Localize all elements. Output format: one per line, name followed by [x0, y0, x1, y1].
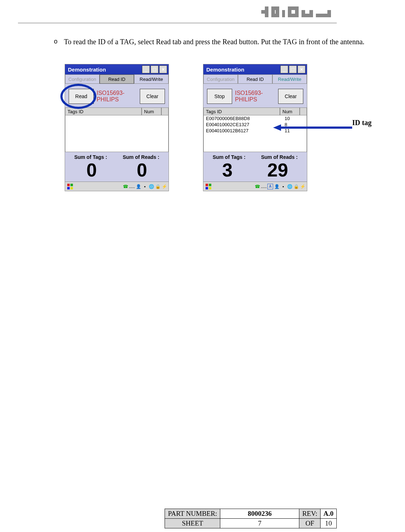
- svg-rect-17: [70, 184, 73, 186]
- svg-rect-23: [209, 187, 211, 189]
- protocol-label: ISO15693- PHILIPS: [232, 90, 278, 103]
- scrollbar-header: [161, 107, 169, 115]
- globe-icon[interactable]: 🌐: [148, 184, 154, 189]
- user-icon[interactable]: 👤: [274, 184, 280, 189]
- cell-id: E007000006EB88D8: [206, 116, 285, 121]
- rev-value: A.0: [321, 509, 337, 519]
- window-buttons: _ □ ×: [280, 65, 305, 73]
- ime-icon[interactable]: A: [267, 184, 273, 189]
- protocol-label: ISO15693- PHILIPS: [94, 90, 140, 103]
- tab-configuration[interactable]: Configuration: [65, 74, 100, 84]
- battery-icon[interactable]: ⚡: [161, 184, 167, 189]
- signal-icon: .....: [129, 184, 135, 189]
- protocol-line2: PHILIPS: [97, 96, 119, 102]
- svg-rect-5: [276, 10, 279, 14]
- title-bar: Demonstration _ □ ×: [65, 64, 169, 74]
- sum-labels: Sum of Tags : Sum of Reads :: [203, 152, 307, 161]
- svg-rect-3: [271, 14, 279, 17]
- sum-tags-label: Sum of Tags :: [213, 154, 246, 160]
- tab-read-write[interactable]: Read/Write: [134, 74, 169, 84]
- start-icon[interactable]: [66, 183, 74, 190]
- tab-bar: Configuration Read ID Read/Write: [203, 74, 307, 84]
- sum-tags-value: 3: [222, 161, 233, 179]
- action-panel: Read ISO15693- PHILIPS Clear: [65, 84, 169, 107]
- svg-rect-4: [271, 10, 275, 14]
- svg-rect-15: [327, 10, 331, 17]
- svg-rect-2: [271, 6, 279, 10]
- column-tags-id[interactable]: Tags ID: [203, 107, 280, 115]
- user-icon[interactable]: 👤: [135, 184, 141, 189]
- of-label: OF: [299, 519, 321, 528]
- tab-read-write[interactable]: Read/Write: [272, 74, 307, 84]
- lock-icon[interactable]: 🔒: [155, 184, 161, 189]
- svg-rect-16: [67, 184, 70, 186]
- taskbar: ☎ ..... 👤 ▪ 🌐 🔒 ⚡: [65, 182, 169, 191]
- clear-button[interactable]: Clear: [140, 89, 165, 104]
- tab-read-id[interactable]: Read ID: [100, 74, 134, 84]
- minimize-button[interactable]: _: [142, 65, 150, 73]
- system-tray: ☎ ..... 👤 ▪ 🌐 🔒 ⚡: [123, 184, 167, 189]
- svg-rect-9: [288, 6, 291, 17]
- minimize-button[interactable]: _: [280, 65, 288, 73]
- sum-reads-label: Sum of Reads :: [123, 154, 159, 160]
- footer-table: PART NUMBER: 8000236 REV: A.0 SHEET 7 OF…: [165, 509, 337, 528]
- svg-rect-21: [209, 184, 211, 186]
- tab-read-id[interactable]: Read ID: [238, 74, 272, 84]
- table-row[interactable]: E007000006EB88D8 10: [204, 115, 307, 121]
- card-icon[interactable]: ▪: [142, 184, 148, 189]
- sum-labels: Sum of Tags : Sum of Reads :: [65, 152, 169, 161]
- sheet-label: SHEET: [165, 519, 220, 528]
- window-title: Demonstration: [66, 66, 142, 73]
- cell-num: 10: [285, 116, 304, 121]
- instruction-text: To read the ID of a TAG, select Read tab…: [64, 38, 364, 46]
- bullet-marker: o: [54, 38, 57, 46]
- svg-rect-22: [206, 187, 208, 189]
- close-button[interactable]: ×: [298, 65, 305, 73]
- globe-icon[interactable]: 🌐: [287, 184, 293, 189]
- svg-rect-6: [282, 10, 285, 17]
- app-window-before: Demonstration _ □ × Configuration Read I…: [65, 64, 169, 191]
- svg-rect-10: [295, 6, 299, 17]
- phone-icon[interactable]: ☎: [123, 184, 128, 189]
- instruction-row: o To read the ID of a TAG, select Read t…: [54, 38, 387, 46]
- column-tags-id[interactable]: Tags ID: [65, 107, 142, 115]
- start-icon[interactable]: [205, 183, 212, 190]
- signal-icon: .....: [261, 184, 267, 189]
- battery-icon[interactable]: ⚡: [300, 184, 305, 189]
- sum-values: 0 0: [65, 161, 169, 182]
- system-tray: ☎ ..... A 👤 ▪ 🌐 🔒 ⚡: [254, 184, 305, 189]
- tab-bar: Configuration Read ID Read/Write: [65, 74, 169, 84]
- protocol-line2: PHILIPS: [235, 96, 257, 102]
- sum-reads-label: Sum of Reads :: [261, 154, 298, 160]
- table-header: Tags ID Num: [65, 107, 169, 115]
- tab-configuration[interactable]: Configuration: [203, 74, 238, 84]
- page-content: o To read the ID of a TAG, select Read t…: [0, 23, 405, 191]
- svg-rect-1: [265, 6, 268, 17]
- column-num[interactable]: Num: [280, 107, 300, 115]
- window-buttons: _ □ ×: [142, 65, 167, 73]
- title-bar: Demonstration _ □ ×: [203, 64, 307, 74]
- scrollbar-header: [300, 107, 307, 115]
- part-number-value: 8000236: [220, 509, 299, 519]
- svg-rect-13: [309, 10, 313, 17]
- svg-marker-25: [273, 124, 281, 131]
- phone-icon[interactable]: ☎: [254, 184, 260, 189]
- window-title: Demonstration: [205, 66, 280, 73]
- screenshots-row: Demonstration _ □ × Configuration Read I…: [54, 64, 387, 191]
- stop-button[interactable]: Stop: [207, 89, 232, 104]
- column-num[interactable]: Num: [142, 107, 161, 115]
- svg-rect-19: [70, 187, 73, 189]
- table-body: [65, 115, 169, 152]
- part-number-label: PART NUMBER:: [165, 509, 220, 519]
- clear-button[interactable]: Clear: [278, 89, 303, 104]
- maximize-button[interactable]: □: [289, 65, 297, 73]
- read-button[interactable]: Read: [69, 89, 94, 104]
- close-button[interactable]: ×: [159, 65, 167, 73]
- sum-values: 3 29: [203, 161, 307, 182]
- lock-icon[interactable]: 🔒: [293, 184, 299, 189]
- action-panel: Stop ISO15693- PHILIPS Clear: [203, 84, 307, 107]
- svg-rect-20: [206, 184, 208, 186]
- sum-reads-value: 0: [137, 161, 147, 179]
- card-icon[interactable]: ▪: [280, 184, 286, 189]
- maximize-button[interactable]: □: [151, 65, 158, 73]
